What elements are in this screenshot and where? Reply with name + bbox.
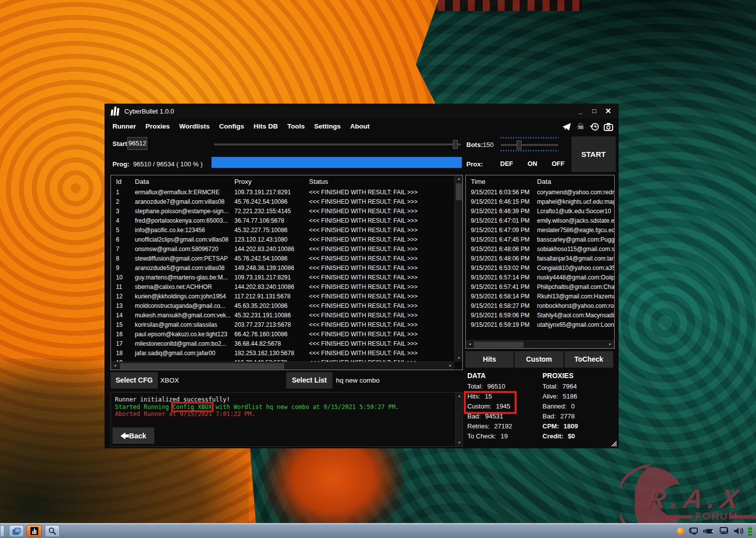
results-vertical-scrollbar[interactable]: ▲ ▼ [454, 175, 462, 362]
hit-row[interactable]: 9/15/2021 6:58:27 PMronbockhorst@yahoo.c… [466, 301, 614, 310]
start-slider-handle[interactable] [453, 140, 458, 149]
menu-item-tools[interactable]: Tools [287, 123, 305, 130]
stat-line: Total:7964 [542, 383, 577, 390]
table-row[interactable]: 6unofficial2clips@gmail.com:villas08123.… [111, 235, 454, 244]
menu-item-configs[interactable]: Configs [219, 123, 244, 130]
taskbar-edge-button[interactable] [0, 525, 4, 537]
scroll-down-icon[interactable]: ▼ [456, 439, 463, 446]
minimize-button[interactable]: _ [575, 106, 586, 116]
column-header: Data [537, 178, 614, 185]
select-cfg-button[interactable]: Select CFG [110, 372, 158, 389]
start-button[interactable]: START [571, 136, 616, 172]
hits-hscroll-handle[interactable] [474, 342, 524, 348]
scroll-left-icon[interactable]: ◄ [111, 362, 119, 369]
hit-row[interactable]: 9/15/2021 6:58:14 PMRkuhl13@gmail.com:Ha… [466, 291, 614, 301]
hit-row[interactable]: 9/15/2021 6:46:39 PMLcrafto1@utk.edu:Soc… [466, 206, 614, 216]
row-id: 17 [116, 340, 135, 347]
tocheck-button[interactable]: ToCheck [564, 351, 613, 368]
start-slider[interactable] [214, 143, 461, 145]
history-icon[interactable] [589, 122, 600, 132]
table-row[interactable]: 2aranozdude7@gmail.com:villas0845.76.242… [111, 197, 454, 206]
table-row[interactable]: 19...110.78.148.53:5678<<< FINISHED WITH… [111, 358, 454, 362]
hit-row[interactable]: 9/15/2021 6:48:06 PMfaisallanjar34@gmail… [466, 254, 614, 263]
bots-slider-handle[interactable] [517, 140, 522, 149]
hit-data: mpahel@knights.ucf.edu:magi [537, 198, 614, 205]
custom-button[interactable]: Custom [515, 351, 563, 368]
menu-item-wordlists[interactable]: Wordlists [179, 123, 210, 130]
prox-option-on[interactable]: ON [528, 160, 538, 167]
bots-label: Bots: [466, 141, 483, 148]
menu-item-proxies[interactable]: Proxies [145, 123, 170, 130]
scroll-right-icon[interactable]: ► [446, 362, 454, 369]
table-row[interactable]: 12kurien@jkkholdings.com:john1954117.212… [111, 291, 454, 301]
menu-item-settings[interactable]: Settings [314, 123, 340, 130]
hit-row[interactable]: 9/15/2021 6:48:06 PMsobiakhoso115@gmail.… [466, 244, 614, 254]
explorer-icon[interactable] [9, 525, 24, 537]
table-row[interactable]: 16paul.epsom@kakuzi.co.ke:light12366.42.… [111, 329, 454, 339]
volume-icon[interactable] [734, 527, 744, 535]
hit-row[interactable]: 9/15/2021 6:59:06 PMStahly4@aol.com:Macy… [466, 310, 614, 320]
menu-item-runner[interactable]: Runner [112, 123, 136, 130]
results-hscroll-handle[interactable] [120, 363, 284, 369]
table-row[interactable]: 18jafar.sadiq@gmail.com:jafar00182.253.1… [111, 348, 454, 358]
hit-row[interactable]: 9/15/2021 6:47:45 PMbasscarley@gmail.com… [466, 235, 614, 244]
display-icon[interactable] [689, 527, 699, 535]
scroll-left-icon[interactable]: ◄ [466, 341, 474, 348]
hits-horizontal-scrollbar[interactable]: ◄ ► [466, 340, 614, 348]
results-vscroll-handle[interactable] [456, 183, 462, 200]
table-row[interactable]: 5info@pacific.co.ke:12345645.32.227.75:1… [111, 225, 454, 235]
table-row[interactable]: 15korirsilas@gmail.com:silassilas203.77.… [111, 320, 454, 329]
bots-slider[interactable] [501, 144, 558, 146]
hit-row[interactable]: 9/15/2021 6:59:19 PMutahjynx65@gmail.com… [466, 320, 614, 329]
camera-icon[interactable] [603, 122, 614, 132]
hit-row[interactable]: 9/15/2021 6:03:56 PMcoryamend@yahoo.com:… [466, 187, 614, 197]
hits-button[interactable]: Hits [465, 351, 514, 368]
table-row[interactable]: 10guy.martens@martens-glas.be:M...109.73… [111, 272, 454, 282]
hit-row[interactable]: 9/15/2021 6:53:02 PMCongialdi10@yahoo.co… [466, 263, 614, 272]
scroll-down-icon[interactable]: ▼ [455, 355, 463, 362]
scroll-up-icon[interactable]: ▲ [456, 393, 463, 400]
menu-item-about[interactable]: About [350, 123, 370, 130]
power-icon[interactable] [703, 528, 714, 535]
resize-grip[interactable] [610, 440, 617, 447]
skull-icon[interactable]: ☠ [575, 122, 586, 132]
results-horizontal-scrollbar[interactable]: ◄ ► [111, 362, 454, 370]
start-input[interactable]: 96512 [127, 137, 147, 150]
maximize-button[interactable]: □ [589, 106, 600, 116]
search-icon[interactable] [45, 525, 60, 537]
table-row[interactable]: 14mukesh.mansukh@gmail.com:vek...45.32.2… [111, 310, 454, 320]
hit-row[interactable]: 9/15/2021 6:47:01 PMemily.wilson@jacks.s… [466, 216, 614, 225]
table-row[interactable]: 17milestoneconltd@gmail.com:bo2...36.68.… [111, 339, 454, 348]
orange-ball-icon[interactable] [677, 528, 684, 535]
stat-value: 96510 [487, 383, 505, 390]
log-scrollbar[interactable]: ▲ ▼ [455, 393, 462, 446]
select-list-button[interactable]: Select List [286, 372, 332, 389]
wallpaper-red-streak [438, 0, 582, 11]
prox-option-def[interactable]: DEF [500, 160, 513, 167]
table-row[interactable]: 3stephane.poisson@estampe-sign...72.221.… [111, 206, 454, 216]
table-row[interactable]: 11sberna@calixo.net:ACHHOR144.202.83.240… [111, 282, 454, 291]
table-row[interactable]: 1ermaflux@ermaflux.fr:ERMCRE109.73.191.2… [111, 187, 454, 197]
prox-option-off[interactable]: OFF [552, 160, 565, 167]
table-row[interactable]: 7onsmsw@gmail.com:58096720144.202.83.240… [111, 244, 454, 254]
close-button[interactable]: ✕ [603, 106, 614, 116]
menu-item-hits-db[interactable]: Hits DB [254, 123, 278, 130]
desktop: CyberBullet 1.0.0 _ □ ✕ RunnerProxiesWor… [0, 0, 756, 538]
cyberbullet-icon[interactable] [26, 525, 42, 537]
title-bar[interactable]: CyberBullet 1.0.0 _ □ ✕ [105, 104, 619, 119]
scroll-right-icon[interactable]: ► [606, 341, 614, 348]
back-button[interactable]: Back [112, 427, 154, 444]
telegram-icon[interactable] [561, 122, 572, 132]
antivirus-icon[interactable] [748, 527, 752, 536]
hit-row[interactable]: 9/15/2021 6:47:09 PMmeslater7586@eagle.f… [466, 225, 614, 235]
network-icon[interactable] [719, 527, 729, 535]
hit-row[interactable]: 9/15/2021 6:57:41 PMPhilipchaltis@gmail.… [466, 282, 614, 291]
hit-row[interactable]: 9/15/2021 6:46:15 PMmpahel@knights.ucf.e… [466, 197, 614, 206]
hit-time: 9/15/2021 6:46:39 PM [471, 208, 537, 215]
hit-row[interactable]: 9/15/2021 6:57:14 PMnusky4448@gmail.com:… [466, 272, 614, 282]
table-row[interactable]: 13moldconstructuganda@gmail.co...45.63.3… [111, 301, 454, 310]
scroll-up-icon[interactable]: ▲ [455, 175, 463, 182]
table-row[interactable]: 4fred@portalooskenya.com:65003...36.74.7… [111, 216, 454, 225]
table-row[interactable]: 9aranozdude5@gmail.com:villas08149.248.3… [111, 263, 454, 272]
table-row[interactable]: 8stewdiffusion@gmail.com:PETSAP45.76.242… [111, 254, 454, 263]
